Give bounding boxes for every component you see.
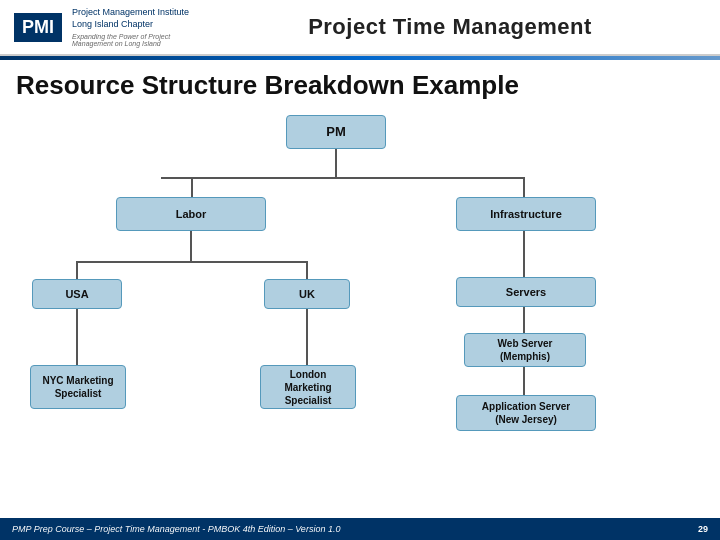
line-usa-uk-h: [76, 261, 306, 263]
line-infra-down: [523, 231, 525, 277]
servers-node: Servers: [456, 277, 596, 307]
nyc-node: NYC Marketing Specialist: [30, 365, 126, 409]
page-header-title: Project Time Management: [192, 14, 708, 40]
line-servers-down: [523, 307, 525, 333]
footer-page-number: 29: [698, 524, 708, 534]
line-labor-infra-h: [161, 177, 523, 179]
pm-node: PM: [286, 115, 386, 149]
app-server-node: Application Server (New Jersey): [456, 395, 596, 431]
footer: PMP Prep Course – Project Time Managemen…: [0, 518, 720, 540]
logo-text-block: Project Management Institute Long Island…: [72, 7, 192, 46]
line-to-labor: [191, 177, 193, 197]
line-to-infra: [523, 177, 525, 197]
main-content: PM Labor Infrastructure USA: [0, 105, 720, 515]
logo-area: PMI Project Management Institute Long Is…: [12, 7, 192, 46]
line-pm-down: [335, 149, 337, 177]
infrastructure-node: Infrastructure: [456, 197, 596, 231]
london-node: London Marketing Specialist: [260, 365, 356, 409]
line-labor-down: [190, 231, 192, 261]
labor-node: Labor: [116, 197, 266, 231]
line-to-uk: [306, 261, 308, 279]
line-uk-down: [306, 309, 308, 365]
line-to-usa: [76, 261, 78, 279]
page-title: Resource Structure Breakdown Example: [0, 60, 720, 105]
line-usa-down: [76, 309, 78, 365]
footer-text: PMP Prep Course – Project Time Managemen…: [12, 524, 340, 534]
pmi-logo: PMI: [12, 11, 64, 44]
header: PMI Project Management Institute Long Is…: [0, 0, 720, 56]
org-chart: PM Labor Infrastructure USA: [16, 105, 704, 515]
line-to-app-server: [523, 367, 525, 395]
usa-node: USA: [32, 279, 122, 309]
web-server-node: Web Server (Memphis): [464, 333, 586, 367]
uk-node: UK: [264, 279, 350, 309]
